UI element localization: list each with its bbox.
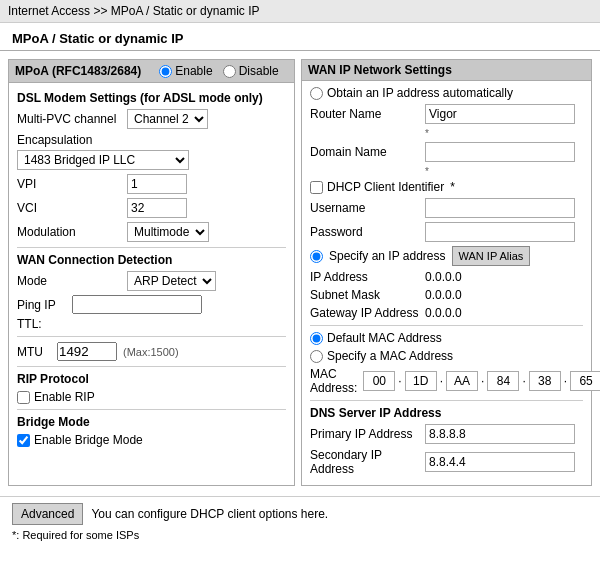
domain-name-input[interactable] <box>425 142 575 162</box>
ttl-label: TTL: <box>17 317 127 331</box>
dns-header: DNS Server IP Address <box>310 406 583 420</box>
mac-field-4[interactable] <box>487 371 519 391</box>
specify-mac-radio[interactable] <box>310 350 323 363</box>
subnet-mask-value: 0.0.0.0 <box>425 288 462 302</box>
primary-ip-row: Primary IP Address <box>310 424 583 444</box>
mpoa-header-row: MPoA (RFC1483/2684) Enable Disable <box>9 60 294 83</box>
obtain-auto-label: Obtain an IP address automatically <box>327 86 513 100</box>
ping-ip-input[interactable] <box>72 295 202 314</box>
dhcp-asterisk: * <box>450 180 455 194</box>
disable-label: Disable <box>239 64 279 78</box>
mac-field-5[interactable] <box>529 371 561 391</box>
enable-radio[interactable] <box>159 65 172 78</box>
password-input[interactable] <box>425 222 575 242</box>
obtain-auto-radio[interactable] <box>310 87 323 100</box>
ping-ip-row: Ping IP <box>17 295 286 314</box>
vci-label: VCI <box>17 201 127 215</box>
ip-address-row: IP Address 0.0.0.0 <box>310 270 583 284</box>
dhcp-client-checkbox[interactable] <box>310 181 323 194</box>
mtu-input[interactable] <box>57 342 117 361</box>
domain-name-asterisk: * <box>310 166 583 177</box>
breadcrumb-mpoa: MPoA / Static or dynamic IP <box>111 4 260 18</box>
modulation-row: Modulation Multimode ADSL2+ ADSL2 ADSL <box>17 222 286 242</box>
gateway-row: Gateway IP Address 0.0.0.0 <box>310 306 583 320</box>
modulation-select[interactable]: Multimode ADSL2+ ADSL2 ADSL <box>127 222 209 242</box>
specify-ip-radio[interactable] <box>310 250 323 263</box>
enable-rip-label: Enable RIP <box>34 390 95 404</box>
default-mac-label: Default MAC Address <box>327 331 442 345</box>
username-input[interactable] <box>425 198 575 218</box>
left-panel: MPoA (RFC1483/2684) Enable Disable DSL M… <box>8 59 295 486</box>
enable-rip-checkbox[interactable] <box>17 391 30 404</box>
mode-select[interactable]: ARP Detect Ping Detect Always On <box>127 271 216 291</box>
multipvc-select[interactable]: Channel 2 Channel 1 Channel 3 Channel 4 <box>127 109 208 129</box>
mtu-row: MTU (Max:1500) <box>17 342 286 361</box>
username-row: Username <box>310 198 583 218</box>
multipvc-row: Multi-PVC channel Channel 2 Channel 1 Ch… <box>17 109 286 129</box>
mac-field-3[interactable] <box>446 371 478 391</box>
dhcp-client-row: DHCP Client Identifier * <box>310 180 583 194</box>
enable-bridge-checkbox[interactable] <box>17 434 30 447</box>
ping-ip-label: Ping IP <box>17 298 72 312</box>
vpi-label: VPI <box>17 177 127 191</box>
advanced-button[interactable]: Advanced <box>12 503 83 525</box>
page-title: MPoA / Static or dynamic IP <box>0 23 600 51</box>
bottom-bar: Advanced You can configure DHCP client o… <box>0 496 600 547</box>
password-label: Password <box>310 225 425 239</box>
enable-bridge-row: Enable Bridge Mode <box>17 433 286 447</box>
vpi-row: VPI 1 <box>17 174 286 194</box>
disable-radio-item[interactable]: Disable <box>223 64 279 78</box>
advanced-row: Advanced You can configure DHCP client o… <box>12 503 588 525</box>
secondary-ip-row: Secondary IP Address <box>310 448 583 476</box>
ip-address-value: 0.0.0.0 <box>425 270 462 284</box>
main-content: MPoA (RFC1483/2684) Enable Disable DSL M… <box>0 59 600 486</box>
breadcrumb-separator: >> <box>93 4 107 18</box>
secondary-ip-label: Secondary IP Address <box>310 448 425 476</box>
advanced-text: You can configure DHCP client options he… <box>91 507 328 521</box>
disable-radio[interactable] <box>223 65 236 78</box>
default-mac-row: Default MAC Address <box>310 331 583 345</box>
encap-label: Encapsulation <box>17 133 92 147</box>
subnet-mask-row: Subnet Mask 0.0.0.0 <box>310 288 583 302</box>
dsl-section-title: DSL Modem Settings (for ADSL mode only) <box>17 91 286 105</box>
gateway-label: Gateway IP Address <box>310 306 425 320</box>
secondary-ip-input[interactable] <box>425 452 575 472</box>
wan-body: Obtain an IP address automatically Route… <box>302 81 591 485</box>
left-section-body: DSL Modem Settings (for ADSL mode only) … <box>9 83 294 457</box>
wan-alias-button[interactable]: WAN IP Alias <box>452 246 531 266</box>
mac-field-1[interactable] <box>363 371 395 391</box>
primary-ip-label: Primary IP Address <box>310 427 425 441</box>
enable-label: Enable <box>175 64 212 78</box>
ttl-row: TTL: <box>17 317 286 331</box>
router-name-row: Router Name <box>310 104 583 124</box>
multipvc-label: Multi-PVC channel <box>17 112 127 126</box>
mac-field-2[interactable] <box>405 371 437 391</box>
subnet-mask-label: Subnet Mask <box>310 288 425 302</box>
primary-ip-input[interactable] <box>425 424 575 444</box>
obtain-auto-row: Obtain an IP address automatically <box>310 86 583 100</box>
mtu-label: MTU <box>17 345 57 359</box>
mac-field-6[interactable] <box>570 371 600 391</box>
mpoa-header-label: MPoA (RFC1483/2684) <box>15 64 141 78</box>
default-mac-radio[interactable] <box>310 332 323 345</box>
encap-select[interactable]: 1483 Bridged IP LLC 1483 Bridged IP VC 1… <box>17 150 189 170</box>
router-name-input[interactable] <box>425 104 575 124</box>
domain-name-row: Domain Name <box>310 142 583 162</box>
router-name-asterisk: * <box>310 128 583 139</box>
vci-row: VCI 32 <box>17 198 286 218</box>
wan-header: WAN IP Network Settings <box>302 60 591 81</box>
router-name-label: Router Name <box>310 107 425 121</box>
mac-label: MAC Address: <box>310 367 357 395</box>
enable-rip-row: Enable RIP <box>17 390 286 404</box>
mode-row: Mode ARP Detect Ping Detect Always On <box>17 271 286 291</box>
mac-address-row: MAC Address: · · · · · <box>310 367 583 395</box>
domain-name-label: Domain Name <box>310 145 425 159</box>
username-label: Username <box>310 201 425 215</box>
gateway-value: 0.0.0.0 <box>425 306 462 320</box>
breadcrumb-internet-access[interactable]: Internet Access <box>8 4 90 18</box>
vpi-input[interactable]: 1 <box>127 174 187 194</box>
vci-input[interactable]: 32 <box>127 198 187 218</box>
mode-label: Mode <box>17 274 127 288</box>
right-panel: WAN IP Network Settings Obtain an IP add… <box>301 59 592 486</box>
enable-radio-item[interactable]: Enable <box>159 64 212 78</box>
